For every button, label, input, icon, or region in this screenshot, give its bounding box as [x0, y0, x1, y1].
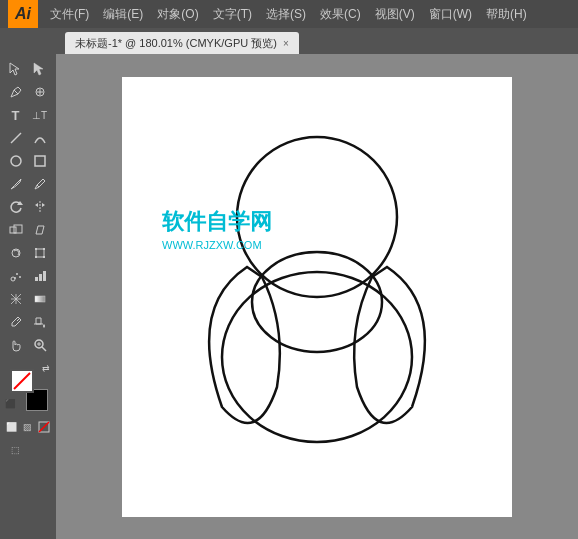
rectangle-tool[interactable]: [28, 150, 51, 172]
menu-edit[interactable]: 编辑(E): [97, 4, 149, 25]
arc-tool[interactable]: [28, 127, 51, 149]
tool-group-warp: [4, 242, 52, 264]
gradient-tool[interactable]: [28, 288, 51, 310]
svg-rect-14: [14, 225, 22, 233]
canvas-area[interactable]: 软件自学网 WWW.RJZXW.COM: [56, 54, 578, 539]
ai-logo: Ai: [8, 0, 38, 28]
menu-object[interactable]: 对象(O): [151, 4, 204, 25]
tool-group-select: [4, 58, 52, 80]
rotate-tool[interactable]: [4, 196, 27, 218]
svg-rect-18: [43, 248, 45, 250]
tab-bar: 未标题-1* @ 180.01% (CMYK/GPU 预览) ×: [0, 28, 578, 54]
svg-line-5: [11, 133, 21, 143]
color-swatches: ⬛ ⇄: [4, 363, 52, 413]
vertical-type-tool[interactable]: ⊥T: [28, 104, 51, 126]
menu-effect[interactable]: 效果(C): [314, 4, 367, 25]
svg-rect-27: [43, 271, 46, 281]
hand-tool[interactable]: [4, 334, 27, 356]
menu-type[interactable]: 文字(T): [207, 4, 258, 25]
tool-group-line: [4, 127, 52, 149]
main-area: T ⊥T: [0, 54, 578, 539]
ellipse-tool[interactable]: [4, 150, 27, 172]
svg-marker-1: [34, 63, 43, 75]
scale-tool[interactable]: [4, 219, 27, 241]
pencil-tool[interactable]: [28, 173, 51, 195]
reflect-tool[interactable]: [28, 196, 51, 218]
tool-group-zoom: [4, 334, 52, 356]
svg-rect-7: [35, 156, 45, 166]
default-colors-icon[interactable]: ⬛: [4, 397, 16, 411]
pen-tool[interactable]: [4, 81, 27, 103]
svg-point-23: [19, 276, 21, 278]
shear-tool[interactable]: [28, 219, 51, 241]
title-bar: Ai 文件(F) 编辑(E) 对象(O) 文字(T) 选择(S) 效果(C) 视…: [0, 0, 578, 28]
svg-rect-19: [35, 256, 37, 258]
document-tab[interactable]: 未标题-1* @ 180.01% (CMYK/GPU 预览) ×: [65, 32, 299, 54]
svg-point-22: [16, 273, 18, 275]
mesh-tool[interactable]: [4, 288, 27, 310]
svg-line-29: [17, 319, 19, 321]
menu-bar: 文件(F) 编辑(E) 对象(O) 文字(T) 选择(S) 效果(C) 视图(V…: [44, 4, 570, 25]
type-tool[interactable]: T: [4, 104, 27, 126]
menu-help[interactable]: 帮助(H): [480, 4, 533, 25]
svg-rect-16: [36, 249, 44, 257]
zoom-tool[interactable]: [28, 334, 51, 356]
paint-bucket-tool[interactable]: [28, 311, 51, 333]
menu-view[interactable]: 视图(V): [369, 4, 421, 25]
svg-marker-12: [42, 203, 45, 207]
select-tool[interactable]: [4, 58, 27, 80]
tool-group-screen: ⬚: [4, 439, 52, 461]
svg-rect-17: [35, 248, 37, 250]
left-toolbar: T ⊥T: [0, 54, 56, 539]
white-canvas: 软件自学网 WWW.RJZXW.COM: [122, 77, 512, 517]
paintbrush-tool[interactable]: [4, 173, 27, 195]
menu-window[interactable]: 窗口(W): [423, 4, 478, 25]
svg-line-34: [14, 373, 30, 389]
foreground-color-swatch[interactable]: [10, 369, 34, 393]
tool-group-type: T ⊥T: [4, 104, 52, 126]
svg-line-36: [39, 422, 49, 432]
tab-close-button[interactable]: ×: [283, 38, 289, 49]
artwork-svg: [167, 107, 467, 487]
add-anchor-tool[interactable]: [28, 81, 51, 103]
tool-group-symbol: [4, 265, 52, 287]
svg-rect-28: [35, 296, 45, 302]
svg-rect-13: [10, 227, 16, 233]
tab-label: 未标题-1* @ 180.01% (CMYK/GPU 预览): [75, 36, 277, 51]
none-mode-icon[interactable]: [37, 416, 52, 438]
svg-line-31: [42, 347, 46, 351]
tool-group-rotate: [4, 196, 52, 218]
svg-point-6: [11, 156, 21, 166]
direct-select-tool[interactable]: [28, 58, 51, 80]
color-mode-icon[interactable]: ⬜: [4, 416, 19, 438]
symbol-sprayer-tool[interactable]: [4, 265, 27, 287]
gradient-mode-icon[interactable]: ▨: [20, 416, 35, 438]
graph-tool[interactable]: [28, 265, 51, 287]
svg-point-24: [14, 277, 16, 279]
tool-group-pen: [4, 81, 52, 103]
svg-marker-11: [35, 203, 38, 207]
line-tool[interactable]: [4, 127, 27, 149]
tool-group-eyedropper: [4, 311, 52, 333]
svg-rect-25: [35, 277, 38, 281]
menu-file[interactable]: 文件(F): [44, 4, 95, 25]
tool-group-mode: ⬜ ▨: [4, 416, 52, 438]
svg-rect-20: [43, 256, 45, 258]
svg-marker-0: [10, 63, 19, 75]
tool-group-mesh: [4, 288, 52, 310]
eyedropper-tool[interactable]: [4, 311, 27, 333]
tool-group-shape: [4, 150, 52, 172]
swap-colors-icon[interactable]: ⇄: [42, 363, 50, 373]
menu-select[interactable]: 选择(S): [260, 4, 312, 25]
warp-tool[interactable]: [4, 242, 27, 264]
change-screen-icon[interactable]: ⬚: [4, 439, 27, 461]
svg-line-8: [37, 185, 39, 187]
svg-rect-26: [39, 274, 42, 281]
tool-group-paint: [4, 173, 52, 195]
tool-group-scale: [4, 219, 52, 241]
free-transform-tool[interactable]: [28, 242, 51, 264]
